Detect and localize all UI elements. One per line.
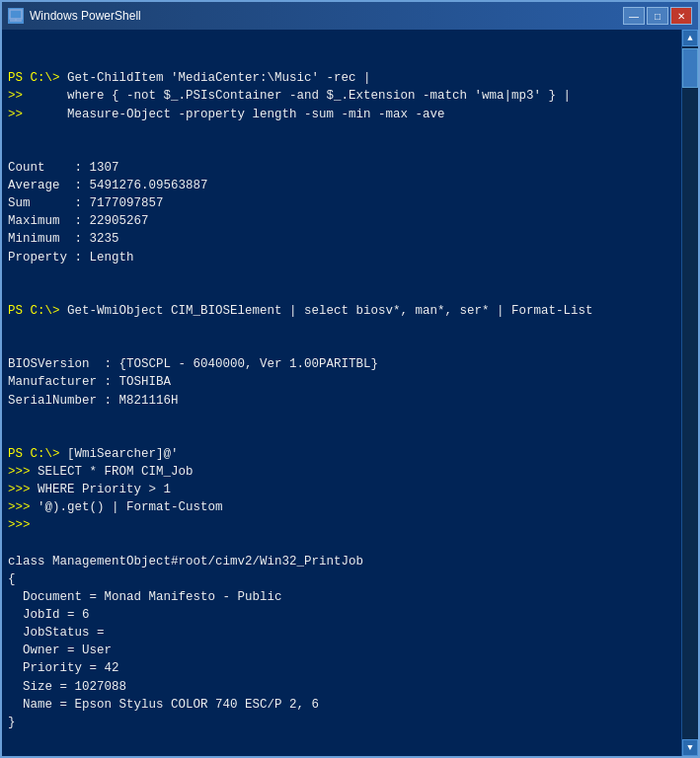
terminal-line: Manufacturer : TOSHIBA <box>8 373 675 391</box>
terminal-line <box>8 410 675 427</box>
powershell-window: Windows PowerShell — □ ✕ PS C:\> Get-Chi… <box>0 0 700 758</box>
terminal-line <box>8 338 675 355</box>
terminal-line <box>8 123 675 141</box>
terminal-line: Size = 1027088 <box>8 678 675 696</box>
terminal-line: } <box>8 714 675 731</box>
terminal-line: Average : 5491276.09563887 <box>8 177 675 194</box>
terminal-line: BIOSVersion : {TOSCPL - 6040000, Ver 1.0… <box>8 355 675 373</box>
terminal-line <box>8 731 675 749</box>
terminal-line: PS C:\> Get-WmiObject CIM_BIOSElement | … <box>8 302 675 320</box>
terminal-output[interactable]: PS C:\> Get-ChildItem 'MediaCenter:\Musi… <box>2 30 681 756</box>
scroll-down-button[interactable]: ▼ <box>682 739 698 756</box>
terminal-line <box>8 266 675 284</box>
window-title: Windows PowerShell <box>30 9 623 23</box>
close-button[interactable]: ✕ <box>670 7 692 25</box>
terminal-line: >>> <box>8 516 675 534</box>
scroll-track <box>682 46 698 739</box>
terminal-line <box>8 284 675 302</box>
terminal-line: Maximum : 22905267 <box>8 212 675 230</box>
content-area: PS C:\> Get-ChildItem 'MediaCenter:\Musi… <box>2 30 698 756</box>
terminal-line <box>8 535 675 553</box>
scroll-thumb[interactable] <box>682 48 698 88</box>
title-bar: Windows PowerShell — □ ✕ <box>2 2 698 30</box>
terminal-line: JobId = 6 <box>8 606 675 624</box>
minimize-button[interactable]: — <box>623 7 645 25</box>
terminal-line: >>> '@).get() | Format-Custom <box>8 498 675 516</box>
terminal-line: >> Measure-Object -property length -sum … <box>8 106 675 123</box>
terminal-line: Minimum : 3235 <box>8 230 675 248</box>
window-icon <box>8 8 24 24</box>
terminal-line: >>> SELECT * FROM CIM_Job <box>8 463 675 481</box>
maximize-button[interactable]: □ <box>647 7 668 25</box>
terminal-line: Sum : 7177097857 <box>8 194 675 212</box>
terminal-line: >> where { -not $_.PSIsContainer -and $_… <box>8 87 675 105</box>
terminal-line: Property : Length <box>8 249 675 266</box>
terminal-line: SerialNumber : M821116H <box>8 392 675 410</box>
terminal-line <box>8 320 675 338</box>
svg-rect-0 <box>10 10 22 19</box>
scrollbar[interactable]: ▲ ▼ <box>681 30 698 756</box>
terminal-line: >>> WHERE Priority > 1 <box>8 481 675 498</box>
terminal-line: PS C:\> Get-ChildItem 'MediaCenter:\Musi… <box>8 69 675 87</box>
terminal-line: Priority = 42 <box>8 659 675 677</box>
terminal-line: Count : 1307 <box>8 159 675 177</box>
terminal-line: { <box>8 570 675 588</box>
terminal-line <box>8 427 675 445</box>
terminal-line <box>8 141 675 159</box>
terminal-line: Name = Epson Stylus COLOR 740 ESC/P 2, 6 <box>8 696 675 714</box>
scroll-up-button[interactable]: ▲ <box>682 30 698 46</box>
terminal-line: Document = Monad Manifesto - Public <box>8 588 675 606</box>
terminal-line: Owner = User <box>8 642 675 659</box>
window-controls: — □ ✕ <box>623 7 692 25</box>
terminal-line: JobStatus = <box>8 624 675 642</box>
terminal-line: class ManagementObject#root/cimv2/Win32_… <box>8 553 675 570</box>
terminal-line: PS C:\> [WmiSearcher]@' <box>8 445 675 463</box>
terminal-line <box>8 749 675 756</box>
